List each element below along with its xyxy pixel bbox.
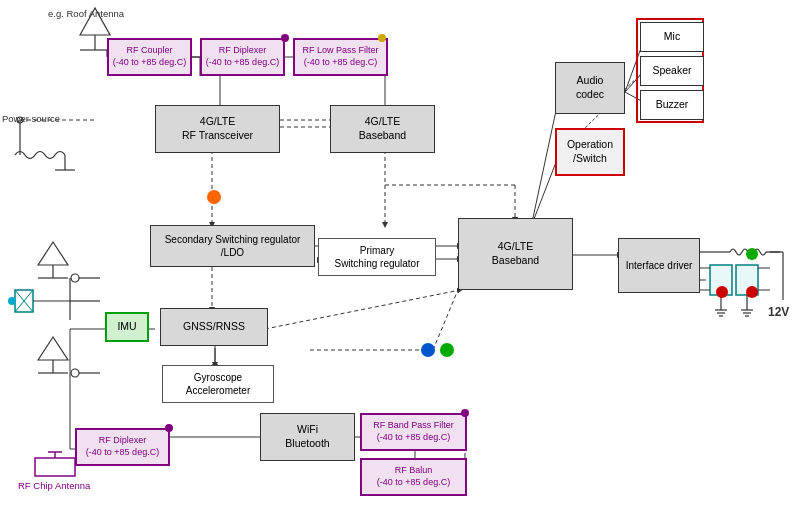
op-switch-label: Operation /Switch bbox=[567, 138, 613, 165]
interface-driver-block: Interface driver bbox=[618, 238, 700, 293]
audio-codec-label: Audio codec bbox=[576, 74, 604, 101]
orange-dot bbox=[207, 190, 221, 204]
gyroscope-block: Gyroscope Accelerometer bbox=[162, 365, 274, 403]
system-diagram: RF Coupler (-40 to +85 deg.C) RF Diplexe… bbox=[0, 0, 796, 521]
yellow-dot-lowpass bbox=[378, 34, 386, 42]
primary-switching-label: Primary Switching regulator bbox=[334, 244, 419, 270]
rf-lowpass-block: RF Low Pass Filter (-40 to +85 deg.C) bbox=[293, 38, 388, 76]
svg-rect-37 bbox=[15, 290, 33, 312]
wifi-bt-block: WiFi Bluetooth bbox=[260, 413, 355, 461]
12v-label: 12V bbox=[768, 305, 789, 319]
rf-bandpass-label: RF Band Pass Filter (-40 to +85 deg.C) bbox=[373, 420, 454, 443]
red-dot-2 bbox=[746, 286, 758, 298]
green-dot-1 bbox=[440, 343, 454, 357]
buzzer-block: Buzzer bbox=[640, 90, 704, 120]
svg-marker-32 bbox=[38, 242, 68, 265]
svg-line-31 bbox=[265, 290, 460, 329]
audio-outputs-group: Mic Speaker Buzzer bbox=[636, 18, 704, 123]
gnss-block: GNSS/RNSS bbox=[160, 308, 268, 346]
primary-switching-block: Primary Switching regulator bbox=[318, 238, 436, 276]
op-switch-block: Operation /Switch bbox=[555, 128, 625, 176]
baseband-top-block: 4G/LTE Baseband bbox=[330, 105, 435, 153]
purple-dot-diplexer-top bbox=[281, 34, 289, 42]
svg-line-55 bbox=[433, 285, 460, 350]
rf-diplexer-top-label: RF Diplexer (-40 to +85 deg.C) bbox=[206, 45, 279, 68]
rf-lowpass-label: RF Low Pass Filter (-40 to +85 deg.C) bbox=[302, 45, 378, 68]
svg-line-39 bbox=[15, 290, 33, 312]
rf-diplexer-bot-block: RF Diplexer (-40 to +85 deg.C) bbox=[75, 428, 170, 466]
red-dot-1 bbox=[716, 286, 728, 298]
gyroscope-label: Gyroscope Accelerometer bbox=[186, 371, 250, 397]
baseband-top-label: 4G/LTE Baseband bbox=[359, 115, 406, 142]
rf-transceiver-label: 4G/LTE RF Transceiver bbox=[182, 115, 253, 142]
sec-switching-label: Secondary Switching regulator /LDO bbox=[165, 233, 301, 259]
rf-diplexer-top-block: RF Diplexer (-40 to +85 deg.C) bbox=[200, 38, 285, 76]
rf-balun-label: RF Balun (-40 to +85 deg.C) bbox=[377, 465, 450, 488]
buzzer-label: Buzzer bbox=[656, 98, 689, 112]
audio-codec-block: Audio codec bbox=[555, 62, 625, 114]
speaker-label: Speaker bbox=[652, 64, 691, 78]
rf-coupler-label: RF Coupler (-40 to +85 deg.C) bbox=[113, 45, 186, 68]
roof-antenna-label: e.g. Roof Antenna bbox=[48, 8, 124, 19]
svg-rect-84 bbox=[35, 458, 75, 476]
interface-driver-label: Interface driver bbox=[626, 259, 693, 272]
baseband-main-block: 4G/LTE Baseband bbox=[458, 218, 573, 290]
svg-point-40 bbox=[8, 297, 16, 305]
mic-label: Mic bbox=[664, 30, 680, 44]
speaker-block: Speaker bbox=[640, 56, 704, 86]
purple-dot-diplexer-bot bbox=[165, 424, 173, 432]
blue-dot bbox=[421, 343, 435, 357]
rf-transceiver-block: 4G/LTE RF Transceiver bbox=[155, 105, 280, 153]
rf-bandpass-block: RF Band Pass Filter (-40 to +85 deg.C) bbox=[360, 413, 467, 451]
rf-chip-antenna-symbol bbox=[30, 450, 80, 490]
svg-point-35 bbox=[71, 274, 79, 282]
wifi-bt-label: WiFi Bluetooth bbox=[285, 423, 329, 450]
purple-dot-bandpass bbox=[461, 409, 469, 417]
rf-coupler-block: RF Coupler (-40 to +85 deg.C) bbox=[107, 38, 192, 76]
green-dot-top-right bbox=[746, 248, 758, 260]
baseband-main-label: 4G/LTE Baseband bbox=[492, 240, 539, 267]
rf-diplexer-bot-label: RF Diplexer (-40 to +85 deg.C) bbox=[86, 435, 159, 458]
rf-balun-block: RF Balun (-40 to +85 deg.C) bbox=[360, 458, 467, 496]
svg-line-38 bbox=[15, 290, 33, 312]
imu-block: IMU bbox=[105, 312, 149, 342]
mic-block: Mic bbox=[640, 22, 704, 52]
svg-point-47 bbox=[71, 369, 79, 377]
imu-label: IMU bbox=[117, 320, 136, 334]
sec-switching-block: Secondary Switching regulator /LDO bbox=[150, 225, 315, 267]
gnss-label: GNSS/RNSS bbox=[183, 320, 245, 334]
svg-marker-44 bbox=[38, 337, 68, 360]
power-source-label: Power source bbox=[2, 113, 60, 124]
